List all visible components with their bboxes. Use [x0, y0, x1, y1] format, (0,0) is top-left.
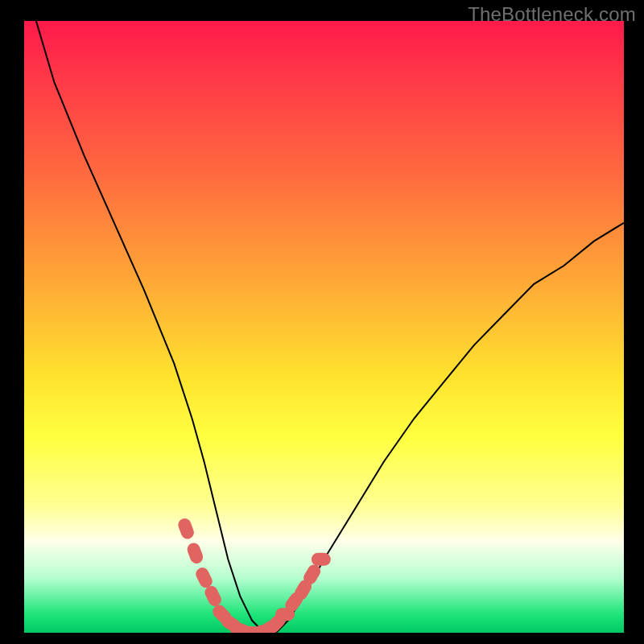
highlight-dot [194, 550, 197, 557]
highlight-dot [291, 599, 296, 605]
highlight-dot [273, 621, 279, 626]
highlight-dot [202, 574, 205, 581]
chart-svg [24, 21, 624, 633]
highlight-dot [184, 525, 188, 532]
highlight-dots [184, 525, 324, 633]
watermark-text: TheBottleneck.com [468, 3, 636, 26]
highlight-dot [212, 592, 215, 600]
chart-frame: TheBottleneck.com [0, 0, 644, 644]
highlight-dot [310, 572, 314, 579]
plot-area [24, 21, 624, 633]
bottleneck-curve [24, 21, 624, 633]
highlight-dot [301, 587, 305, 594]
